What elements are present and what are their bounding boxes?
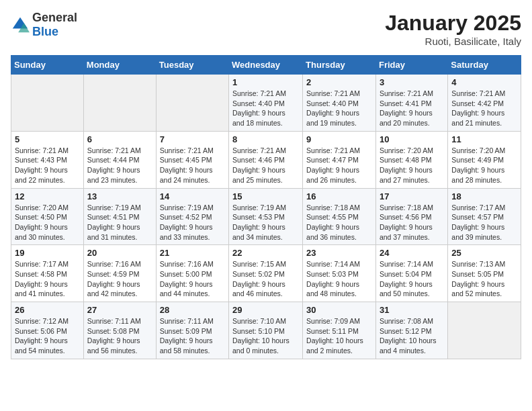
day-info: Sunrise: 7:20 AM Sunset: 4:50 PM Dayligh… (15, 203, 80, 242)
calendar-day-cell: 20Sunrise: 7:16 AM Sunset: 4:59 PM Dayli… (83, 245, 156, 302)
day-info: Sunrise: 7:21 AM Sunset: 4:41 PM Dayligh… (380, 89, 444, 128)
day-info: Sunrise: 7:21 AM Sunset: 4:43 PM Dayligh… (15, 146, 80, 185)
calendar-day-cell: 4Sunrise: 7:21 AM Sunset: 4:42 PM Daylig… (448, 75, 521, 132)
day-info: Sunrise: 7:08 AM Sunset: 5:12 PM Dayligh… (380, 316, 444, 356)
calendar-day-cell: 7Sunrise: 7:21 AM Sunset: 4:45 PM Daylig… (156, 131, 228, 188)
weekday-header-monday: Monday (83, 56, 156, 75)
day-number: 21 (160, 248, 225, 258)
calendar-day-cell: 22Sunrise: 7:15 AM Sunset: 5:02 PM Dayli… (229, 245, 303, 302)
weekday-header-wednesday: Wednesday (229, 56, 303, 75)
day-number: 12 (15, 191, 80, 201)
day-number: 7 (160, 134, 225, 144)
calendar-day-cell (156, 75, 228, 132)
calendar-day-cell (448, 302, 521, 359)
day-info: Sunrise: 7:17 AM Sunset: 4:58 PM Dayligh… (15, 259, 80, 299)
day-info: Sunrise: 7:14 AM Sunset: 5:04 PM Dayligh… (380, 259, 444, 299)
day-info: Sunrise: 7:13 AM Sunset: 5:05 PM Dayligh… (451, 259, 517, 299)
calendar-day-cell: 25Sunrise: 7:13 AM Sunset: 5:05 PM Dayli… (448, 245, 521, 302)
day-info: Sunrise: 7:15 AM Sunset: 5:02 PM Dayligh… (232, 259, 299, 299)
calendar-day-cell: 12Sunrise: 7:20 AM Sunset: 4:50 PM Dayli… (11, 188, 84, 245)
calendar-day-cell: 3Sunrise: 7:21 AM Sunset: 4:41 PM Daylig… (375, 75, 447, 132)
page-header: General Blue January 2025 Ruoti, Basilic… (11, 11, 521, 47)
day-number: 4 (451, 77, 517, 87)
calendar-day-cell: 31Sunrise: 7:08 AM Sunset: 5:12 PM Dayli… (375, 302, 447, 359)
calendar-day-cell: 23Sunrise: 7:14 AM Sunset: 5:03 PM Dayli… (303, 245, 376, 302)
day-info: Sunrise: 7:16 AM Sunset: 4:59 PM Dayligh… (87, 259, 152, 299)
calendar-day-cell: 30Sunrise: 7:09 AM Sunset: 5:11 PM Dayli… (303, 302, 376, 359)
day-number: 8 (232, 134, 299, 144)
calendar-day-cell: 28Sunrise: 7:11 AM Sunset: 5:09 PM Dayli… (156, 302, 228, 359)
day-number: 22 (232, 248, 299, 258)
day-number: 10 (380, 134, 444, 144)
calendar-day-cell: 2Sunrise: 7:21 AM Sunset: 4:40 PM Daylig… (303, 75, 376, 132)
logo: General Blue (11, 11, 77, 39)
calendar-day-cell: 18Sunrise: 7:17 AM Sunset: 4:57 PM Dayli… (448, 188, 521, 245)
day-number: 31 (380, 305, 444, 315)
calendar-week-row: 26Sunrise: 7:12 AM Sunset: 5:06 PM Dayli… (11, 302, 521, 359)
day-number: 5 (15, 134, 80, 144)
weekday-header-friday: Friday (375, 56, 447, 75)
day-number: 29 (232, 305, 299, 315)
calendar-table: SundayMondayTuesdayWednesdayThursdayFrid… (11, 55, 521, 359)
day-number: 15 (232, 191, 299, 201)
day-info: Sunrise: 7:20 AM Sunset: 4:48 PM Dayligh… (380, 146, 444, 185)
calendar-day-cell: 13Sunrise: 7:19 AM Sunset: 4:51 PM Dayli… (83, 188, 156, 245)
day-number: 9 (306, 134, 372, 144)
day-number: 26 (15, 305, 80, 315)
logo-blue: Blue (32, 25, 58, 38)
day-info: Sunrise: 7:18 AM Sunset: 4:55 PM Dayligh… (306, 203, 372, 242)
day-info: Sunrise: 7:21 AM Sunset: 4:44 PM Dayligh… (87, 146, 152, 185)
calendar-day-cell: 5Sunrise: 7:21 AM Sunset: 4:43 PM Daylig… (11, 131, 84, 188)
weekday-header-tuesday: Tuesday (156, 56, 228, 75)
day-info: Sunrise: 7:20 AM Sunset: 4:49 PM Dayligh… (451, 146, 517, 185)
month-title: January 2025 (385, 11, 521, 36)
day-info: Sunrise: 7:11 AM Sunset: 5:09 PM Dayligh… (160, 316, 225, 356)
day-info: Sunrise: 7:10 AM Sunset: 5:10 PM Dayligh… (232, 316, 299, 356)
day-info: Sunrise: 7:21 AM Sunset: 4:46 PM Dayligh… (232, 146, 299, 185)
day-info: Sunrise: 7:21 AM Sunset: 4:47 PM Dayligh… (306, 146, 372, 185)
calendar-day-cell: 16Sunrise: 7:18 AM Sunset: 4:55 PM Dayli… (303, 188, 376, 245)
day-number: 19 (15, 248, 80, 258)
day-info: Sunrise: 7:12 AM Sunset: 5:06 PM Dayligh… (15, 316, 80, 356)
day-number: 14 (160, 191, 225, 201)
weekday-header-thursday: Thursday (303, 56, 376, 75)
day-info: Sunrise: 7:21 AM Sunset: 4:40 PM Dayligh… (306, 89, 372, 128)
day-info: Sunrise: 7:19 AM Sunset: 4:52 PM Dayligh… (160, 203, 225, 242)
day-number: 18 (451, 191, 517, 201)
day-info: Sunrise: 7:16 AM Sunset: 5:00 PM Dayligh… (160, 259, 225, 299)
day-info: Sunrise: 7:21 AM Sunset: 4:40 PM Dayligh… (232, 89, 299, 128)
day-number: 11 (451, 134, 517, 144)
calendar-day-cell: 29Sunrise: 7:10 AM Sunset: 5:10 PM Dayli… (229, 302, 303, 359)
calendar-day-cell: 10Sunrise: 7:20 AM Sunset: 4:48 PM Dayli… (375, 131, 447, 188)
day-number: 28 (160, 305, 225, 315)
day-number: 27 (87, 305, 152, 315)
day-info: Sunrise: 7:19 AM Sunset: 4:51 PM Dayligh… (87, 203, 152, 242)
day-info: Sunrise: 7:21 AM Sunset: 4:45 PM Dayligh… (160, 146, 225, 185)
day-number: 30 (306, 305, 372, 315)
day-number: 24 (380, 248, 444, 258)
day-number: 25 (451, 248, 517, 258)
calendar-day-cell: 1Sunrise: 7:21 AM Sunset: 4:40 PM Daylig… (229, 75, 303, 132)
calendar-day-cell: 17Sunrise: 7:18 AM Sunset: 4:56 PM Dayli… (375, 188, 447, 245)
day-info: Sunrise: 7:19 AM Sunset: 4:53 PM Dayligh… (232, 203, 299, 242)
day-info: Sunrise: 7:09 AM Sunset: 5:11 PM Dayligh… (306, 316, 372, 356)
day-number: 17 (380, 191, 444, 201)
calendar-day-cell (11, 75, 84, 132)
logo-icon (11, 15, 30, 34)
calendar-day-cell: 15Sunrise: 7:19 AM Sunset: 4:53 PM Dayli… (229, 188, 303, 245)
day-info: Sunrise: 7:17 AM Sunset: 4:57 PM Dayligh… (451, 203, 517, 242)
day-number: 23 (306, 248, 372, 258)
calendar-day-cell: 26Sunrise: 7:12 AM Sunset: 5:06 PM Dayli… (11, 302, 84, 359)
calendar-day-cell: 14Sunrise: 7:19 AM Sunset: 4:52 PM Dayli… (156, 188, 228, 245)
calendar-day-cell: 27Sunrise: 7:11 AM Sunset: 5:08 PM Dayli… (83, 302, 156, 359)
day-info: Sunrise: 7:21 AM Sunset: 4:42 PM Dayligh… (451, 89, 517, 128)
day-number: 16 (306, 191, 372, 201)
calendar-week-row: 12Sunrise: 7:20 AM Sunset: 4:50 PM Dayli… (11, 188, 521, 245)
title-section: January 2025 Ruoti, Basilicate, Italy (385, 11, 521, 47)
weekday-header-saturday: Saturday (448, 56, 521, 75)
calendar-week-row: 19Sunrise: 7:17 AM Sunset: 4:58 PM Dayli… (11, 245, 521, 302)
calendar-day-cell: 9Sunrise: 7:21 AM Sunset: 4:47 PM Daylig… (303, 131, 376, 188)
calendar-day-cell: 8Sunrise: 7:21 AM Sunset: 4:46 PM Daylig… (229, 131, 303, 188)
location-title: Ruoti, Basilicate, Italy (385, 36, 521, 47)
day-info: Sunrise: 7:14 AM Sunset: 5:03 PM Dayligh… (306, 259, 372, 299)
